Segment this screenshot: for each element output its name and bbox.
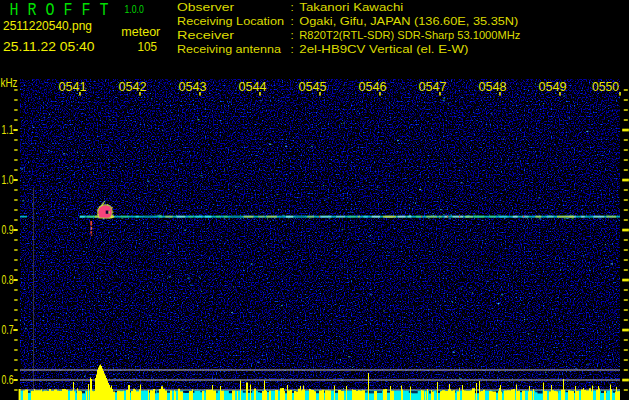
svg-text:105: 105 <box>138 40 158 54</box>
svg-text:R820T2(RTL-SDR) SDR-Sharp 53.1: R820T2(RTL-SDR) SDR-Sharp 53.1000MHz <box>299 29 520 41</box>
svg-text:0550: 0550 <box>592 79 619 94</box>
svg-text:0542: 0542 <box>119 79 147 94</box>
svg-text::: : <box>291 1 294 13</box>
svg-text:2el-HB9CV Vertical (el. E-W): 2el-HB9CV Vertical (el. E-W) <box>299 43 468 55</box>
svg-text:0.7: 0.7 <box>2 322 14 337</box>
svg-text:meteor: meteor <box>121 24 161 39</box>
svg-text:1.0.0: 1.0.0 <box>125 3 144 15</box>
svg-text:1.1: 1.1 <box>2 122 14 137</box>
svg-text:1.0: 1.0 <box>2 172 14 187</box>
svg-text:Takanori Kawachi: Takanori Kawachi <box>299 1 403 13</box>
svg-text:0.6: 0.6 <box>2 372 14 387</box>
svg-text:Observer: Observer <box>177 1 234 13</box>
svg-text:Receiving antenna: Receiving antenna <box>177 43 282 55</box>
svg-text:Receiving Location: Receiving Location <box>177 15 284 27</box>
svg-text:25.11.22 05:40: 25.11.22 05:40 <box>3 40 95 54</box>
svg-text:H R O F F T: H R O F F T <box>10 0 109 20</box>
svg-text:0543: 0543 <box>179 79 207 94</box>
svg-text:0.8: 0.8 <box>2 272 14 287</box>
svg-text::: : <box>291 29 294 41</box>
svg-text:0544: 0544 <box>239 79 267 94</box>
svg-text:0541: 0541 <box>59 79 87 94</box>
svg-text:0546: 0546 <box>359 79 387 94</box>
svg-text:2511220540.png: 2511220540.png <box>3 19 92 33</box>
svg-text:0548: 0548 <box>479 79 507 94</box>
svg-text::: : <box>291 15 294 27</box>
svg-text:0547: 0547 <box>419 79 447 94</box>
svg-text::: : <box>291 43 294 55</box>
svg-text:kHz: kHz <box>1 76 18 90</box>
svg-text:Ogaki, Gifu, JAPAN (136.60E, 3: Ogaki, Gifu, JAPAN (136.60E, 35.35N) <box>299 15 518 27</box>
svg-text:Receiver: Receiver <box>177 29 234 41</box>
svg-text:0545: 0545 <box>299 79 327 94</box>
svg-text:0549: 0549 <box>539 79 567 94</box>
svg-text:0.9: 0.9 <box>2 222 14 237</box>
